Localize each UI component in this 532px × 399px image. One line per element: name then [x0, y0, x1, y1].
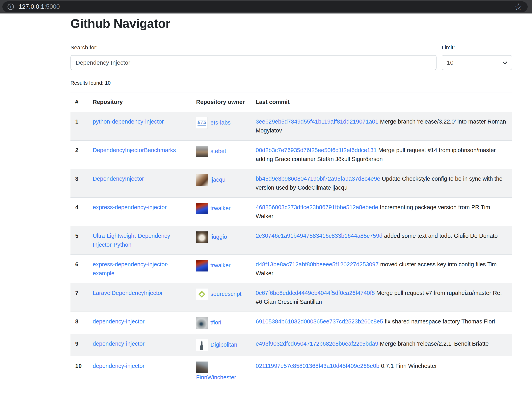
- bookmark-star-icon[interactable]: ☆: [514, 2, 522, 11]
- search-controls: Search for: Limit: 10: [70, 44, 512, 70]
- row-number: 6: [70, 255, 88, 283]
- table-row: 5 Ultra-Lightweight-Dependency-Injector-…: [70, 226, 512, 255]
- search-input[interactable]: [70, 55, 437, 70]
- commit-message: added some text and todo. Giulio De Dona…: [384, 233, 498, 239]
- repo-link[interactable]: express-dependency-injector-example: [93, 261, 169, 276]
- stebet-avatar: [196, 146, 208, 157]
- table-row: 2 DependencyInjectorBenchmarks stebet 00…: [70, 140, 512, 169]
- table-row: 4 express-dependency-injector trwalker 4…: [70, 197, 512, 226]
- tflori-avatar: [196, 317, 208, 329]
- row-number: 5: [70, 226, 88, 255]
- table-row: 8 dependency-injector tflori 69105384b61…: [70, 312, 512, 334]
- owner-link[interactable]: liuggio: [210, 233, 227, 240]
- row-number: 1: [70, 112, 88, 140]
- row-number: 8: [70, 312, 88, 334]
- row-number: 9: [70, 334, 88, 356]
- table-row: 3 DependencyInjector ljacqu bb45d9e3b986…: [70, 169, 512, 197]
- url-port: :5000: [44, 3, 60, 10]
- commit-message: fix shared namespace factory Thomas Flor…: [385, 318, 495, 325]
- page-title: Github Navigator: [70, 16, 512, 31]
- liuggio-avatar: [196, 231, 208, 243]
- row-number: 2: [70, 140, 88, 169]
- results-count: Results found: 10: [70, 80, 512, 86]
- commit-hash-link[interactable]: 2c30746c1a91b4947583416c833b1644a85c759d: [256, 233, 382, 239]
- owner-link[interactable]: trwalker: [210, 205, 231, 211]
- header-repository-owner: Repository owner: [191, 92, 251, 112]
- repo-link[interactable]: dependency-injector: [93, 340, 145, 347]
- owner-link[interactable]: ljacqu: [210, 177, 226, 183]
- table-row: 1 python-dependency-injector ETSets-labs…: [70, 112, 512, 140]
- commit-hash-link[interactable]: 3ee629eb5d7349d55f41b119aff81dd219071a01: [256, 118, 378, 125]
- ljacqu-avatar: [196, 174, 208, 186]
- repo-link[interactable]: Ultra-Lightweight-Dependency-Injector-Py…: [93, 233, 172, 248]
- commit-hash-link[interactable]: 468856003c273dffce23b86791fbbe512a8ebede: [256, 204, 378, 210]
- finnwinchester-avatar: [196, 362, 208, 373]
- table-row: 10 dependency-injector FinnWinchester 02…: [70, 356, 512, 387]
- limit-label: Limit:: [442, 44, 512, 51]
- commit-hash-link[interactable]: 00d2b3c7e76935d76f25ee50f6d1f2ef6ddce131: [256, 147, 377, 153]
- digipolitan-avatar: [196, 339, 208, 351]
- repo-link[interactable]: DependencyInjector: [93, 176, 144, 182]
- green-diamond-icon: [198, 291, 205, 298]
- owner-link[interactable]: trwalker: [210, 262, 231, 268]
- browser-toolbar: i 127.0.0.1:5000 ☆: [0, 0, 532, 13]
- commit-hash-link[interactable]: d48f13be8ac712abf80bbeeee5f120227d253097: [256, 261, 379, 268]
- trwalker-avatar: [196, 203, 208, 214]
- repo-link[interactable]: dependency-injector: [93, 318, 145, 325]
- owner-link[interactable]: Digipolitan: [210, 341, 237, 348]
- repo-link[interactable]: express-dependency-injector: [93, 204, 166, 210]
- table-row: 6 express-dependency-injector-example tr…: [70, 255, 512, 283]
- limit-group: Limit: 10: [442, 44, 512, 70]
- owner-link[interactable]: stebet: [210, 148, 226, 154]
- results-table: # Repository Repository owner Last commi…: [70, 92, 512, 387]
- repo-link[interactable]: DependencyInjectorBenchmarks: [93, 147, 176, 153]
- commit-hash-link[interactable]: 69105384b61032d000365ee737cd2523b260c8e5: [256, 318, 383, 325]
- table-header-row: # Repository Repository owner Last commi…: [70, 92, 512, 112]
- owner-link[interactable]: FinnWinchester: [196, 374, 236, 381]
- building-icon: [198, 340, 206, 350]
- url-host: 127.0.0.1: [19, 3, 44, 10]
- repo-link[interactable]: dependency-injector: [93, 363, 145, 369]
- search-group: Search for:: [70, 44, 437, 70]
- repo-link[interactable]: python-dependency-injector: [93, 118, 164, 125]
- sourcescript-avatar: [196, 289, 208, 300]
- commit-hash-link[interactable]: e493f9032dfcd65047172b682e8b6eaf22c5bda9: [256, 340, 378, 347]
- owner-link[interactable]: ets-labs: [210, 119, 231, 126]
- repo-link[interactable]: LaravelDependencyInjector: [93, 290, 163, 296]
- table-row: 9 dependency-injector Digipolitan e493f9…: [70, 334, 512, 356]
- row-number: 3: [70, 169, 88, 197]
- header-number: #: [70, 92, 88, 112]
- commit-message: 0.7.1 Finn Winchester: [381, 363, 437, 369]
- commit-hash-link[interactable]: bb45d9e3b98608047190bf72a95fa9a37d8c4e9e: [256, 176, 380, 182]
- url-text: 127.0.0.1:5000: [19, 3, 60, 10]
- trwalker-avatar: [196, 260, 208, 271]
- commit-message: Merge branch 'release/2.2.1' Benoit Bria…: [380, 340, 489, 347]
- commit-hash-link[interactable]: 02111997e57c85801368f43a10d45f409e266e0b: [256, 363, 379, 369]
- row-number: 10: [70, 356, 88, 387]
- search-label: Search for:: [70, 44, 437, 51]
- owner-link[interactable]: sourcescript: [210, 290, 241, 297]
- ets-labs-avatar: ETS: [196, 117, 208, 129]
- header-last-commit: Last commit: [251, 92, 512, 112]
- commit-hash-link[interactable]: 0c67f6be8eddcd4449eb4044f5df0ca26f4740f8: [256, 290, 375, 296]
- info-icon[interactable]: i: [7, 4, 14, 10]
- owner-link[interactable]: tflori: [210, 319, 221, 325]
- page-content: Github Navigator Search for: Limit: 10 R…: [70, 16, 512, 387]
- table-row: 7 LaravelDependencyInjector sourcescript…: [70, 283, 512, 312]
- row-number: 7: [70, 283, 88, 312]
- row-number: 4: [70, 197, 88, 226]
- limit-select[interactable]: 10: [442, 55, 512, 70]
- header-repository: Repository: [88, 92, 191, 112]
- ets-logo-text: ETS: [197, 120, 206, 126]
- url-bar[interactable]: i 127.0.0.1:5000 ☆: [2, 1, 528, 12]
